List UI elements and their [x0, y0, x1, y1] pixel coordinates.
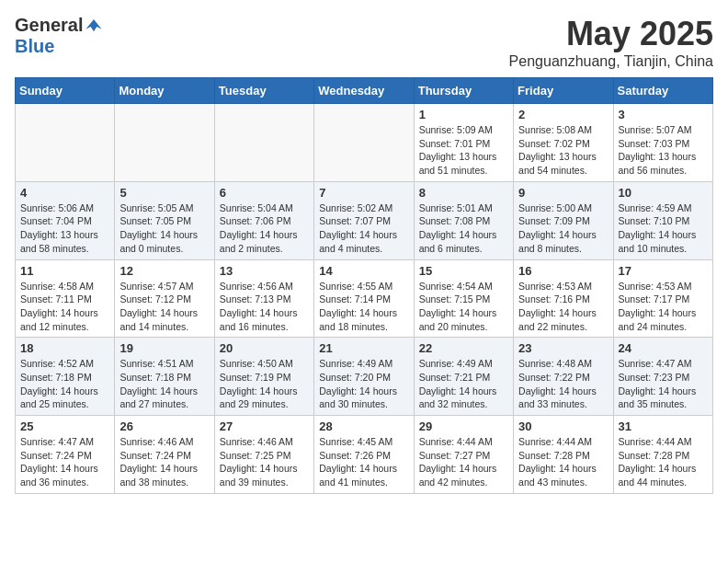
- day-number: 15: [419, 264, 508, 278]
- location-subtitle: Penguanzhuang, Tianjin, China: [509, 53, 713, 70]
- title-block: May 2025 Penguanzhuang, Tianjin, China: [509, 15, 713, 70]
- calendar-cell: 4Sunrise: 5:06 AM Sunset: 7:04 PM Daylig…: [16, 181, 115, 259]
- day-info: Sunrise: 4:49 AM Sunset: 7:20 PM Dayligh…: [319, 357, 408, 411]
- calendar-cell: 22Sunrise: 4:49 AM Sunset: 7:21 PM Dayli…: [414, 338, 513, 416]
- day-number: 11: [20, 264, 109, 278]
- calendar-cell: 26Sunrise: 4:46 AM Sunset: 7:24 PM Dayli…: [115, 416, 214, 494]
- calendar-cell: [115, 104, 214, 182]
- day-info: Sunrise: 4:45 AM Sunset: 7:26 PM Dayligh…: [319, 435, 408, 489]
- calendar-header-tuesday: Tuesday: [214, 78, 313, 104]
- day-info: Sunrise: 5:07 AM Sunset: 7:03 PM Dayligh…: [619, 123, 708, 178]
- day-number: 26: [119, 419, 209, 433]
- day-number: 1: [419, 108, 508, 121]
- day-number: 29: [419, 419, 508, 433]
- calendar-cell: 1Sunrise: 5:09 AM Sunset: 7:01 PM Daylig…: [414, 104, 513, 182]
- day-number: 18: [20, 341, 109, 355]
- day-number: 24: [619, 341, 708, 355]
- day-info: Sunrise: 4:56 AM Sunset: 7:13 PM Dayligh…: [220, 280, 309, 334]
- day-number: 5: [119, 186, 209, 200]
- calendar-cell: 15Sunrise: 4:54 AM Sunset: 7:15 PM Dayli…: [414, 259, 513, 338]
- calendar-cell: 20Sunrise: 4:50 AM Sunset: 7:19 PM Dayli…: [214, 338, 313, 416]
- calendar-week-row: 4Sunrise: 5:06 AM Sunset: 7:04 PM Daylig…: [16, 181, 713, 259]
- day-info: Sunrise: 5:04 AM Sunset: 7:06 PM Dayligh…: [220, 201, 309, 256]
- calendar-cell: 29Sunrise: 4:44 AM Sunset: 7:27 PM Dayli…: [414, 416, 513, 494]
- calendar-cell: 25Sunrise: 4:47 AM Sunset: 7:24 PM Dayli…: [16, 416, 115, 494]
- day-info: Sunrise: 4:48 AM Sunset: 7:22 PM Dayligh…: [518, 357, 608, 411]
- day-info: Sunrise: 5:02 AM Sunset: 7:07 PM Dayligh…: [319, 201, 408, 256]
- day-info: Sunrise: 4:53 AM Sunset: 7:16 PM Dayligh…: [518, 280, 608, 334]
- calendar-cell: 7Sunrise: 5:02 AM Sunset: 7:07 PM Daylig…: [314, 181, 414, 259]
- logo: General Blue: [15, 15, 103, 57]
- day-number: 10: [619, 186, 708, 200]
- page-header: General Blue May 2025 Penguanzhuang, Tia…: [15, 15, 713, 70]
- calendar-cell: 30Sunrise: 4:44 AM Sunset: 7:28 PM Dayli…: [514, 416, 613, 494]
- day-info: Sunrise: 4:57 AM Sunset: 7:12 PM Dayligh…: [119, 280, 209, 334]
- day-info: Sunrise: 4:58 AM Sunset: 7:11 PM Dayligh…: [20, 280, 109, 334]
- calendar-cell: 19Sunrise: 4:51 AM Sunset: 7:18 PM Dayli…: [115, 338, 214, 416]
- month-title: May 2025: [509, 15, 713, 53]
- day-info: Sunrise: 4:44 AM Sunset: 7:28 PM Dayligh…: [619, 435, 708, 489]
- day-info: Sunrise: 5:05 AM Sunset: 7:05 PM Dayligh…: [119, 201, 209, 256]
- day-info: Sunrise: 4:59 AM Sunset: 7:10 PM Dayligh…: [619, 201, 708, 256]
- calendar-cell: 6Sunrise: 5:04 AM Sunset: 7:06 PM Daylig…: [214, 181, 313, 259]
- calendar-week-row: 25Sunrise: 4:47 AM Sunset: 7:24 PM Dayli…: [16, 416, 713, 494]
- calendar-cell: 9Sunrise: 5:00 AM Sunset: 7:09 PM Daylig…: [514, 181, 613, 259]
- calendar-cell: 12Sunrise: 4:57 AM Sunset: 7:12 PM Dayli…: [115, 259, 214, 338]
- day-info: Sunrise: 4:53 AM Sunset: 7:17 PM Dayligh…: [619, 280, 708, 334]
- calendar-cell: 5Sunrise: 5:05 AM Sunset: 7:05 PM Daylig…: [115, 181, 214, 259]
- calendar-header-friday: Friday: [514, 78, 613, 104]
- day-info: Sunrise: 4:50 AM Sunset: 7:19 PM Dayligh…: [220, 357, 309, 411]
- day-number: 25: [20, 419, 109, 433]
- calendar-cell: [16, 104, 115, 182]
- calendar-cell: 8Sunrise: 5:01 AM Sunset: 7:08 PM Daylig…: [414, 181, 513, 259]
- calendar-week-row: 18Sunrise: 4:52 AM Sunset: 7:18 PM Dayli…: [16, 338, 713, 416]
- calendar-cell: 31Sunrise: 4:44 AM Sunset: 7:28 PM Dayli…: [613, 416, 712, 494]
- day-info: Sunrise: 4:54 AM Sunset: 7:15 PM Dayligh…: [419, 280, 508, 334]
- day-number: 7: [319, 186, 408, 200]
- day-info: Sunrise: 5:00 AM Sunset: 7:09 PM Dayligh…: [518, 201, 608, 256]
- day-number: 17: [619, 264, 708, 278]
- calendar-cell: 13Sunrise: 4:56 AM Sunset: 7:13 PM Dayli…: [214, 259, 313, 338]
- logo-bird-icon: [85, 17, 103, 35]
- day-number: 23: [518, 341, 608, 355]
- day-info: Sunrise: 4:51 AM Sunset: 7:18 PM Dayligh…: [119, 357, 209, 411]
- day-number: 14: [319, 264, 408, 278]
- day-number: 6: [220, 186, 309, 200]
- day-number: 4: [20, 186, 109, 200]
- day-number: 16: [518, 264, 608, 278]
- day-number: 8: [419, 186, 508, 200]
- day-number: 21: [319, 341, 408, 355]
- logo-blue: Blue: [15, 36, 54, 57]
- calendar-cell: 18Sunrise: 4:52 AM Sunset: 7:18 PM Dayli…: [16, 338, 115, 416]
- calendar-header-saturday: Saturday: [613, 78, 712, 104]
- calendar-cell: 10Sunrise: 4:59 AM Sunset: 7:10 PM Dayli…: [613, 181, 712, 259]
- svg-marker-0: [86, 19, 102, 31]
- calendar-cell: [314, 104, 414, 182]
- day-info: Sunrise: 4:47 AM Sunset: 7:24 PM Dayligh…: [20, 435, 109, 489]
- calendar-header-row: SundayMondayTuesdayWednesdayThursdayFrid…: [16, 78, 713, 104]
- calendar-cell: 23Sunrise: 4:48 AM Sunset: 7:22 PM Dayli…: [514, 338, 613, 416]
- calendar-header-thursday: Thursday: [414, 78, 513, 104]
- day-info: Sunrise: 5:08 AM Sunset: 7:02 PM Dayligh…: [518, 123, 608, 178]
- day-number: 12: [119, 264, 209, 278]
- calendar-cell: 24Sunrise: 4:47 AM Sunset: 7:23 PM Dayli…: [613, 338, 712, 416]
- calendar-cell: 11Sunrise: 4:58 AM Sunset: 7:11 PM Dayli…: [16, 259, 115, 338]
- day-info: Sunrise: 4:52 AM Sunset: 7:18 PM Dayligh…: [20, 357, 109, 411]
- day-number: 28: [319, 419, 408, 433]
- day-info: Sunrise: 5:06 AM Sunset: 7:04 PM Dayligh…: [20, 201, 109, 256]
- day-info: Sunrise: 4:44 AM Sunset: 7:28 PM Dayligh…: [518, 435, 608, 489]
- day-number: 13: [220, 264, 309, 278]
- calendar-header-wednesday: Wednesday: [314, 78, 414, 104]
- day-number: 20: [220, 341, 309, 355]
- calendar-cell: 14Sunrise: 4:55 AM Sunset: 7:14 PM Dayli…: [314, 259, 414, 338]
- day-info: Sunrise: 4:55 AM Sunset: 7:14 PM Dayligh…: [319, 280, 408, 334]
- day-info: Sunrise: 4:49 AM Sunset: 7:21 PM Dayligh…: [419, 357, 508, 411]
- logo-general: General: [15, 15, 83, 36]
- day-info: Sunrise: 4:44 AM Sunset: 7:27 PM Dayligh…: [419, 435, 508, 489]
- calendar-table: SundayMondayTuesdayWednesdayThursdayFrid…: [15, 77, 713, 494]
- day-info: Sunrise: 4:46 AM Sunset: 7:25 PM Dayligh…: [220, 435, 309, 489]
- day-number: 22: [419, 341, 508, 355]
- calendar-header-monday: Monday: [115, 78, 214, 104]
- day-number: 31: [619, 419, 708, 433]
- day-number: 19: [119, 341, 209, 355]
